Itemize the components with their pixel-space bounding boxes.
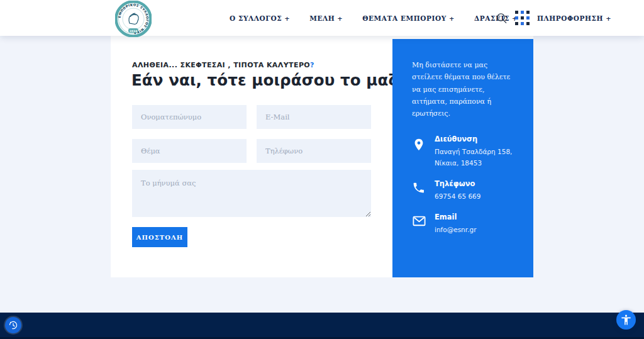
kicker-question-mark: ? <box>310 61 314 69</box>
nav-item-meli[interactable]: ΜΕΛΗ+ <box>309 14 343 22</box>
nav-item-themata-emporiou[interactable]: ΘΕΜΑΤΑ ΕΜΠΟΡΙΟΥ+ <box>362 14 455 22</box>
contact-item-phone: Τηλέφωνο 69754 65 669 <box>412 179 516 202</box>
contact-section: ΑΛΗΘΕΙΑ... ΣΚΕΦΤΕΣΑΙ , ΤΙΠΟΤΑ ΚΑΛΥΤΕΡΟ? … <box>111 36 533 277</box>
section-kicker: ΑΛΗΘΕΙΑ... ΣΚΕΦΤΕΣΑΙ , ΤΙΠΟΤΑ ΚΑΛΥΤΕΡΟ? <box>132 61 314 69</box>
clock-widget-icon[interactable] <box>5 317 21 333</box>
plus-icon: + <box>284 15 290 22</box>
main-navigation: Ο ΣΥΛΛΟΓΟΣ+ ΜΕΛΗ+ ΘΕΜΑΤΑ ΕΜΠΟΡΙΟΥ+ ΔΡΑΣΕ… <box>230 0 611 36</box>
page: ΕΜΠΟΡΙΚΟΣ ΣΥΛΛΟΓΟΣ ΝΙΚΑΙΑΣ 1934 Ο ΣΥΛΛΟΓ… <box>0 0 644 339</box>
accessibility-button[interactable] <box>616 310 636 330</box>
contact-item-email: Email info@esnr.gr <box>412 213 516 235</box>
contact-list: Διεύθυνση Παναγή Τσαλδάρη 158, Νίκαια, 1… <box>412 135 516 235</box>
logo-seal-icon: ΕΜΠΟΡΙΚΟΣ ΣΥΛΛΟΓΟΣ ΝΙΚΑΙΑΣ 1934 <box>115 1 152 37</box>
site-header: ΕΜΠΟΡΙΚΟΣ ΣΥΛΛΟΓΟΣ ΝΙΚΑΙΑΣ 1934 Ο ΣΥΛΛΟΓ… <box>0 0 644 36</box>
phone-input[interactable] <box>257 139 371 163</box>
subject-input[interactable] <box>132 139 247 163</box>
logo-year: 1934 <box>130 30 138 33</box>
site-footer <box>0 313 644 339</box>
contact-info-panel: Μη διστάσετε να μας στείλετε θέματα που … <box>392 39 533 277</box>
contact-value: info@esnr.gr <box>435 225 515 235</box>
message-textarea[interactable] <box>132 170 371 217</box>
accessibility-person-icon <box>620 314 632 326</box>
submit-button[interactable]: ΑΠΟΣΤΟΛΗ <box>132 227 187 247</box>
name-input[interactable] <box>132 105 247 129</box>
envelope-icon <box>412 214 427 230</box>
contact-value: Παναγή Τσαλδάρη 158, Νίκαια, 18453 <box>435 147 515 169</box>
dots-grid-menu-icon[interactable] <box>515 11 530 25</box>
plus-icon: + <box>337 15 343 22</box>
contact-label: Email <box>435 213 515 221</box>
location-pin-icon <box>412 136 427 155</box>
nav-item-pliroforisi[interactable]: ΠΛΗΡΟΦΟΡΗΣΗ+ <box>537 14 611 22</box>
plus-icon: + <box>449 15 455 22</box>
contact-label: Διεύθυνση <box>435 135 515 143</box>
site-logo[interactable]: ΕΜΠΟΡΙΚΟΣ ΣΥΛΛΟΓΟΣ ΝΙΚΑΙΑΣ 1934 <box>115 1 152 37</box>
nav-item-syllogos[interactable]: Ο ΣΥΛΛΟΓΟΣ+ <box>230 14 290 22</box>
contact-label: Τηλέφωνο <box>435 179 515 188</box>
contact-intro-text: Μη διστάσετε να μας στείλετε θέματα που … <box>412 59 516 119</box>
email-input[interactable] <box>257 105 371 129</box>
search-icon[interactable] <box>496 12 508 25</box>
contact-value: 69754 65 669 <box>435 191 515 202</box>
phone-icon <box>412 181 427 197</box>
contact-item-address: Διεύθυνση Παναγή Τσαλδάρη 158, Νίκαια, 1… <box>412 135 516 169</box>
plus-icon: + <box>606 15 611 22</box>
